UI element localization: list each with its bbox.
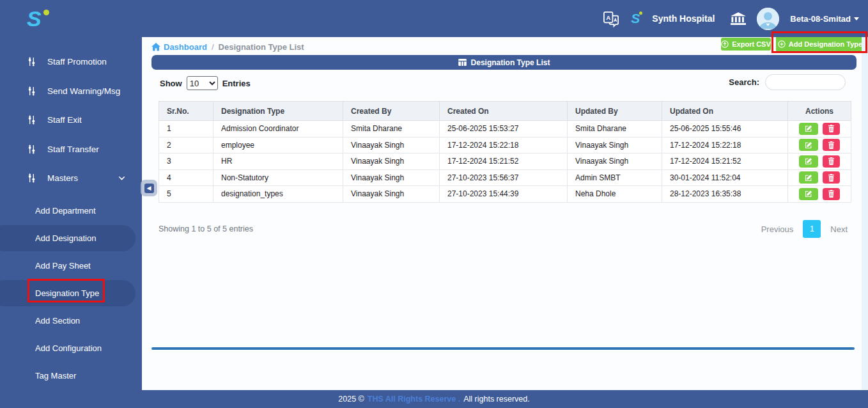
previous-page-link[interactable]: Previous: [761, 224, 794, 234]
delete-icon: [828, 141, 835, 149]
current-page-button[interactable]: 1: [803, 220, 821, 238]
edit-icon: [805, 174, 812, 182]
sliders-icon: [27, 145, 36, 154]
delete-icon: [828, 174, 835, 182]
edit-icon: [805, 141, 812, 149]
svg-text:A: A: [607, 14, 611, 21]
delete-button[interactable]: [823, 188, 840, 200]
column-header-sr-no[interactable]: Sr.No.: [159, 102, 213, 121]
sidebar-item-label: Staff Transfer: [47, 145, 99, 154]
delete-icon: [828, 190, 835, 198]
table-cell: Vinaayak Singh: [343, 169, 440, 186]
sidebar-item-send-warning-msg[interactable]: Send Warning/Msg: [0, 77, 142, 106]
navbar-right: A S Synth Hospital Beta-08-Smit: [603, 0, 859, 37]
edit-icon: [805, 125, 812, 132]
column-header-created-by[interactable]: Created By: [343, 102, 440, 121]
username-label: Beta-08-Smitad: [790, 14, 851, 24]
edit-button[interactable]: [799, 123, 818, 135]
footer-year: 2025 ©: [338, 395, 364, 404]
entries-label: Entries: [222, 79, 251, 88]
table-cell: 27-10-2023 15:44:39: [440, 186, 568, 203]
table-cell: Non-Statutory: [213, 169, 343, 186]
delete-button[interactable]: [823, 139, 840, 151]
table-cell: HR: [213, 153, 343, 170]
breadcrumb-separator: /: [212, 42, 214, 52]
show-entries-control: Show 10 Entries: [160, 76, 251, 90]
delete-button[interactable]: [823, 123, 840, 135]
table-cell: Smita Dharane: [343, 121, 440, 137]
delete-button[interactable]: [823, 155, 840, 168]
column-header-actions[interactable]: Actions: [788, 102, 851, 121]
column-header-created-on[interactable]: Created On: [440, 102, 568, 121]
sidebar: Staff PromotionSend Warning/MsgStaff Exi…: [0, 37, 142, 390]
main-content: Dashboard / Designation Type List Export…: [142, 37, 862, 390]
column-header-designation-type[interactable]: Designation Type: [213, 102, 343, 121]
avatar[interactable]: [757, 8, 779, 30]
sidebar-subitem-add-department[interactable]: Add Department: [0, 197, 142, 224]
table-cell: 5: [159, 186, 213, 203]
sidebar-item-staff-exit[interactable]: Staff Exit: [0, 106, 142, 135]
translate-icon[interactable]: A: [603, 10, 620, 27]
sidebar-subitem-add-section[interactable]: Add Section: [0, 307, 142, 334]
column-header-updated-on[interactable]: Updated On: [662, 102, 788, 121]
s-mini-logo[interactable]: S: [631, 11, 640, 26]
table-cell: employee: [213, 137, 343, 153]
actions-cell: [788, 153, 851, 170]
user-menu[interactable]: Beta-08-Smitad: [790, 14, 859, 24]
app-logo[interactable]: S: [27, 5, 59, 32]
table-cell: Vinaayak Singh: [343, 153, 440, 170]
edit-button[interactable]: [799, 188, 818, 200]
sidebar-subitem-label: Designation Type: [35, 288, 99, 298]
export-csv-label: Export CSV: [732, 40, 771, 48]
sidebar-subnav: Add DepartmentAdd DesignationAdd Pay She…: [0, 197, 142, 389]
add-designation-type-button[interactable]: Add Designation Type: [776, 36, 864, 52]
sidebar-subitem-add-configuration[interactable]: Add Configuration: [0, 334, 142, 362]
mini-logo-text: S: [631, 11, 640, 26]
mini-logo-dot: [639, 12, 642, 15]
delete-button[interactable]: [823, 171, 840, 184]
sidebar-item-label: Send Warning/Msg: [47, 86, 120, 96]
edit-button[interactable]: [799, 139, 818, 151]
breadcrumb-dashboard-link[interactable]: Dashboard: [151, 42, 207, 52]
chevron-left-icon: ◀: [144, 184, 154, 193]
sidebar-collapse-toggle[interactable]: ◀: [141, 180, 157, 196]
footer: 2025 © THS All Rights Reserve . All righ…: [0, 390, 868, 408]
next-page-link[interactable]: Next: [830, 224, 848, 234]
column-header-updated-by[interactable]: Updated By: [568, 102, 662, 121]
panel-title: Designation Type List: [471, 58, 550, 67]
actions-cell: [788, 137, 851, 153]
sidebar-subitem-tag-master[interactable]: Tag Master: [0, 362, 142, 389]
table-icon: [458, 59, 467, 66]
sidebar-item-masters[interactable]: Masters: [0, 164, 142, 193]
sidebar-subitem-designation-type[interactable]: Designation Type: [0, 279, 142, 307]
sidebar-item-label: Staff Promotion: [47, 57, 107, 67]
panel-title-bar: Designation Type List: [151, 55, 856, 70]
search-label: Search:: [729, 77, 759, 87]
sidebar-subitem-add-pay-sheet[interactable]: Add Pay Sheet: [0, 252, 142, 279]
actions-cell: [788, 121, 851, 137]
table-cell: Admission Coordinator: [213, 121, 343, 137]
edit-button[interactable]: [799, 155, 818, 168]
edit-button[interactable]: [799, 171, 818, 184]
export-csv-button[interactable]: Export CSV: [721, 38, 771, 51]
edit-icon: [805, 157, 812, 165]
table-cell: Vinaayak Singh: [343, 137, 440, 153]
sliders-icon: [27, 57, 36, 67]
sidebar-subitem-label: Add Configuration: [35, 343, 102, 353]
footer-link[interactable]: THS All Rights Reserve .: [368, 395, 460, 404]
bank-icon[interactable]: [731, 12, 746, 26]
table-cell: 1: [159, 121, 213, 137]
hospital-name: Synth Hospital: [652, 13, 715, 24]
table-row: 3HRVinaayak Singh17-12-2024 15:21:52Vina…: [159, 153, 851, 170]
search-input[interactable]: [765, 74, 846, 90]
sidebar-item-staff-promotion[interactable]: Staff Promotion: [0, 47, 142, 77]
sidebar-subitem-label: Add Section: [35, 316, 80, 326]
sidebar-subitem-add-designation[interactable]: Add Designation: [0, 224, 142, 252]
page-size-select[interactable]: 10: [187, 76, 218, 90]
sidebar-item-staff-transfer[interactable]: Staff Transfer: [0, 135, 142, 164]
table-row: 1Admission CoordinatorSmita Dharane25-06…: [159, 121, 851, 137]
table-cell: 27-10-2023 15:56:37: [440, 169, 568, 186]
table-cell: designation_types: [213, 186, 343, 203]
home-icon: [151, 43, 160, 51]
table-cell: 2: [159, 137, 213, 153]
